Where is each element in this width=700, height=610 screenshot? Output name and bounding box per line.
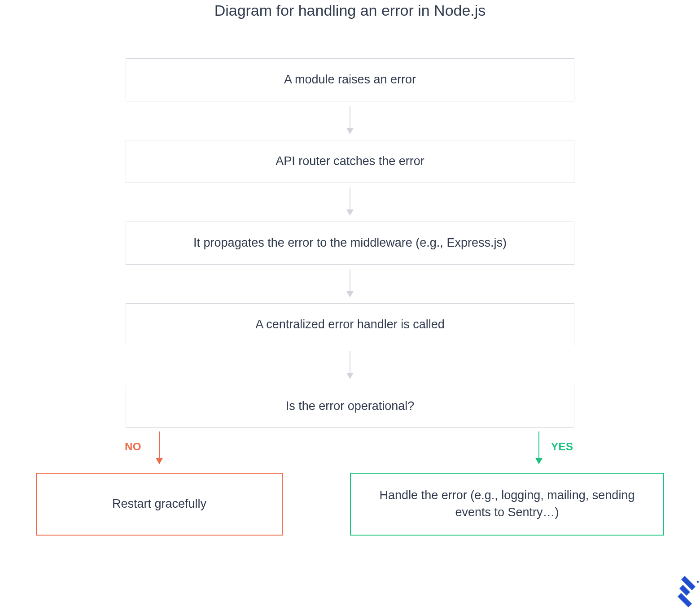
step-centralized-handler: A centralized error handler is called [126,303,574,346]
arrow-2 [350,187,350,215]
arrow-3 [350,269,350,297]
outcome-restart-gracefully: Restart gracefully [36,473,283,536]
svg-point-3 [697,581,699,583]
arrow-yes [538,431,539,464]
svg-marker-1 [678,593,692,607]
diagram-title: Diagram for handling an error in Node.js [0,2,700,19]
step-module-raises-error: A module raises an error [126,58,574,101]
toptal-logo-icon [674,576,699,607]
step-api-router-catches: API router catches the error [126,140,574,183]
diagram-canvas: Diagram for handling an error in Node.js… [0,0,700,610]
arrow-no [159,431,160,464]
arrow-1 [350,106,350,134]
decision-is-operational: Is the error operational? [126,385,574,428]
branch-label-yes: YES [551,440,573,453]
branch-label-no: NO [125,440,141,453]
step-propagate-middleware: It propagates the error to the middlewar… [126,222,574,265]
arrow-4 [350,351,350,379]
outcome-handle-error: Handle the error (e.g., logging, mailing… [350,473,664,536]
